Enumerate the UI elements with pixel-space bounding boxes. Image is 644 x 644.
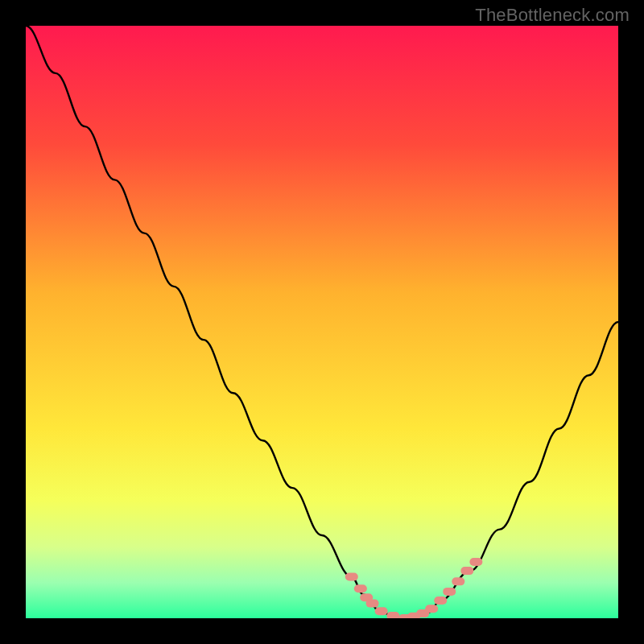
watermark-text: TheBottleneck.com [475, 5, 630, 26]
optimal-dot [452, 577, 464, 585]
optimal-zone-dots [345, 558, 483, 618]
optimal-dot [375, 607, 388, 615]
curve-layer [26, 26, 618, 618]
optimal-dot [366, 600, 379, 608]
optimal-dot [354, 584, 367, 592]
optimal-dot [443, 588, 456, 596]
optimal-dot [434, 597, 447, 605]
plot-area [26, 26, 618, 618]
optimal-dot [469, 558, 482, 566]
optimal-dot [386, 612, 399, 618]
bottleneck-curve [26, 26, 618, 618]
chart-frame: TheBottleneck.com [0, 0, 644, 644]
optimal-dot [460, 567, 473, 575]
optimal-dot [345, 572, 358, 580]
optimal-dot [425, 605, 438, 613]
